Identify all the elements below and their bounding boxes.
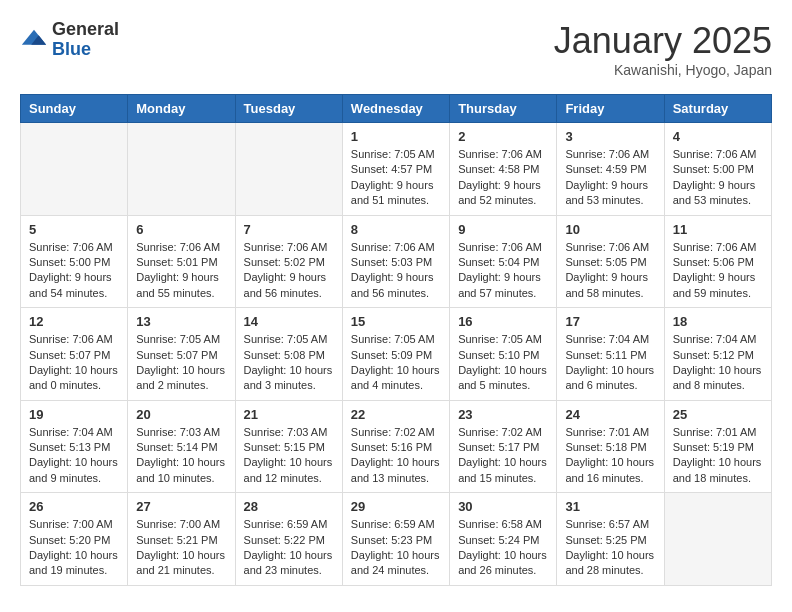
day-number: 4 [673,129,763,144]
day-info: Sunrise: 7:00 AM Sunset: 5:21 PM Dayligh… [136,517,226,579]
day-info: Sunrise: 7:06 AM Sunset: 5:02 PM Dayligh… [244,240,334,302]
day-number: 12 [29,314,119,329]
week-row: 5Sunrise: 7:06 AM Sunset: 5:00 PM Daylig… [21,215,772,308]
calendar-cell: 24Sunrise: 7:01 AM Sunset: 5:18 PM Dayli… [557,400,664,493]
calendar-cell: 22Sunrise: 7:02 AM Sunset: 5:16 PM Dayli… [342,400,449,493]
calendar-cell: 25Sunrise: 7:01 AM Sunset: 5:19 PM Dayli… [664,400,771,493]
calendar-cell: 4Sunrise: 7:06 AM Sunset: 5:00 PM Daylig… [664,123,771,216]
location: Kawanishi, Hyogo, Japan [554,62,772,78]
logo-general: General [52,19,119,39]
calendar-cell: 13Sunrise: 7:05 AM Sunset: 5:07 PM Dayli… [128,308,235,401]
calendar-cell: 16Sunrise: 7:05 AM Sunset: 5:10 PM Dayli… [450,308,557,401]
calendar-cell: 18Sunrise: 7:04 AM Sunset: 5:12 PM Dayli… [664,308,771,401]
calendar-cell: 2Sunrise: 7:06 AM Sunset: 4:58 PM Daylig… [450,123,557,216]
day-info: Sunrise: 6:59 AM Sunset: 5:23 PM Dayligh… [351,517,441,579]
day-number: 18 [673,314,763,329]
day-number: 29 [351,499,441,514]
calendar-cell [21,123,128,216]
calendar-cell: 14Sunrise: 7:05 AM Sunset: 5:08 PM Dayli… [235,308,342,401]
day-info: Sunrise: 7:04 AM Sunset: 5:11 PM Dayligh… [565,332,655,394]
calendar-cell [235,123,342,216]
day-number: 6 [136,222,226,237]
day-info: Sunrise: 7:06 AM Sunset: 5:06 PM Dayligh… [673,240,763,302]
calendar-cell: 29Sunrise: 6:59 AM Sunset: 5:23 PM Dayli… [342,493,449,586]
day-info: Sunrise: 7:01 AM Sunset: 5:19 PM Dayligh… [673,425,763,487]
calendar-table: SundayMondayTuesdayWednesdayThursdayFrid… [20,94,772,586]
day-info: Sunrise: 7:06 AM Sunset: 5:00 PM Dayligh… [673,147,763,209]
day-info: Sunrise: 7:05 AM Sunset: 5:08 PM Dayligh… [244,332,334,394]
day-info: Sunrise: 7:03 AM Sunset: 5:15 PM Dayligh… [244,425,334,487]
calendar-cell: 26Sunrise: 7:00 AM Sunset: 5:20 PM Dayli… [21,493,128,586]
day-number: 14 [244,314,334,329]
day-number: 1 [351,129,441,144]
day-number: 28 [244,499,334,514]
day-number: 3 [565,129,655,144]
weekday-header: Saturday [664,95,771,123]
calendar-cell: 5Sunrise: 7:06 AM Sunset: 5:00 PM Daylig… [21,215,128,308]
calendar-cell: 9Sunrise: 7:06 AM Sunset: 5:04 PM Daylig… [450,215,557,308]
day-info: Sunrise: 7:02 AM Sunset: 5:16 PM Dayligh… [351,425,441,487]
day-number: 31 [565,499,655,514]
calendar-cell: 6Sunrise: 7:06 AM Sunset: 5:01 PM Daylig… [128,215,235,308]
day-number: 25 [673,407,763,422]
day-info: Sunrise: 7:05 AM Sunset: 5:10 PM Dayligh… [458,332,548,394]
day-number: 5 [29,222,119,237]
logo-text: General Blue [52,20,119,60]
day-info: Sunrise: 7:05 AM Sunset: 5:09 PM Dayligh… [351,332,441,394]
day-number: 22 [351,407,441,422]
week-row: 1Sunrise: 7:05 AM Sunset: 4:57 PM Daylig… [21,123,772,216]
day-info: Sunrise: 7:06 AM Sunset: 4:58 PM Dayligh… [458,147,548,209]
day-number: 9 [458,222,548,237]
day-number: 27 [136,499,226,514]
week-row: 19Sunrise: 7:04 AM Sunset: 5:13 PM Dayli… [21,400,772,493]
weekday-header: Friday [557,95,664,123]
week-row: 26Sunrise: 7:00 AM Sunset: 5:20 PM Dayli… [21,493,772,586]
calendar-cell: 23Sunrise: 7:02 AM Sunset: 5:17 PM Dayli… [450,400,557,493]
calendar-cell: 15Sunrise: 7:05 AM Sunset: 5:09 PM Dayli… [342,308,449,401]
day-number: 26 [29,499,119,514]
calendar-cell: 3Sunrise: 7:06 AM Sunset: 4:59 PM Daylig… [557,123,664,216]
logo-icon [20,26,48,54]
day-number: 2 [458,129,548,144]
calendar-cell: 21Sunrise: 7:03 AM Sunset: 5:15 PM Dayli… [235,400,342,493]
calendar-cell [664,493,771,586]
day-info: Sunrise: 6:58 AM Sunset: 5:24 PM Dayligh… [458,517,548,579]
day-number: 21 [244,407,334,422]
calendar-cell: 8Sunrise: 7:06 AM Sunset: 5:03 PM Daylig… [342,215,449,308]
calendar-cell: 10Sunrise: 7:06 AM Sunset: 5:05 PM Dayli… [557,215,664,308]
weekday-header: Wednesday [342,95,449,123]
day-info: Sunrise: 7:02 AM Sunset: 5:17 PM Dayligh… [458,425,548,487]
day-number: 8 [351,222,441,237]
day-number: 11 [673,222,763,237]
day-number: 17 [565,314,655,329]
weekday-header-row: SundayMondayTuesdayWednesdayThursdayFrid… [21,95,772,123]
day-number: 16 [458,314,548,329]
calendar-cell: 17Sunrise: 7:04 AM Sunset: 5:11 PM Dayli… [557,308,664,401]
page-header: General Blue January 2025 Kawanishi, Hyo… [20,20,772,78]
calendar-cell: 1Sunrise: 7:05 AM Sunset: 4:57 PM Daylig… [342,123,449,216]
day-info: Sunrise: 7:03 AM Sunset: 5:14 PM Dayligh… [136,425,226,487]
day-number: 30 [458,499,548,514]
weekday-header: Tuesday [235,95,342,123]
logo: General Blue [20,20,119,60]
day-number: 15 [351,314,441,329]
calendar-cell: 19Sunrise: 7:04 AM Sunset: 5:13 PM Dayli… [21,400,128,493]
day-info: Sunrise: 6:59 AM Sunset: 5:22 PM Dayligh… [244,517,334,579]
month-title: January 2025 [554,20,772,62]
weekday-header: Monday [128,95,235,123]
day-info: Sunrise: 7:06 AM Sunset: 5:00 PM Dayligh… [29,240,119,302]
logo-blue: Blue [52,39,91,59]
calendar-cell: 30Sunrise: 6:58 AM Sunset: 5:24 PM Dayli… [450,493,557,586]
calendar-cell: 20Sunrise: 7:03 AM Sunset: 5:14 PM Dayli… [128,400,235,493]
day-info: Sunrise: 7:04 AM Sunset: 5:13 PM Dayligh… [29,425,119,487]
day-info: Sunrise: 7:06 AM Sunset: 5:03 PM Dayligh… [351,240,441,302]
day-info: Sunrise: 7:00 AM Sunset: 5:20 PM Dayligh… [29,517,119,579]
calendar-cell: 31Sunrise: 6:57 AM Sunset: 5:25 PM Dayli… [557,493,664,586]
day-info: Sunrise: 7:06 AM Sunset: 5:01 PM Dayligh… [136,240,226,302]
day-info: Sunrise: 6:57 AM Sunset: 5:25 PM Dayligh… [565,517,655,579]
day-info: Sunrise: 7:06 AM Sunset: 5:05 PM Dayligh… [565,240,655,302]
day-info: Sunrise: 7:06 AM Sunset: 4:59 PM Dayligh… [565,147,655,209]
day-number: 24 [565,407,655,422]
title-block: January 2025 Kawanishi, Hyogo, Japan [554,20,772,78]
day-info: Sunrise: 7:05 AM Sunset: 4:57 PM Dayligh… [351,147,441,209]
